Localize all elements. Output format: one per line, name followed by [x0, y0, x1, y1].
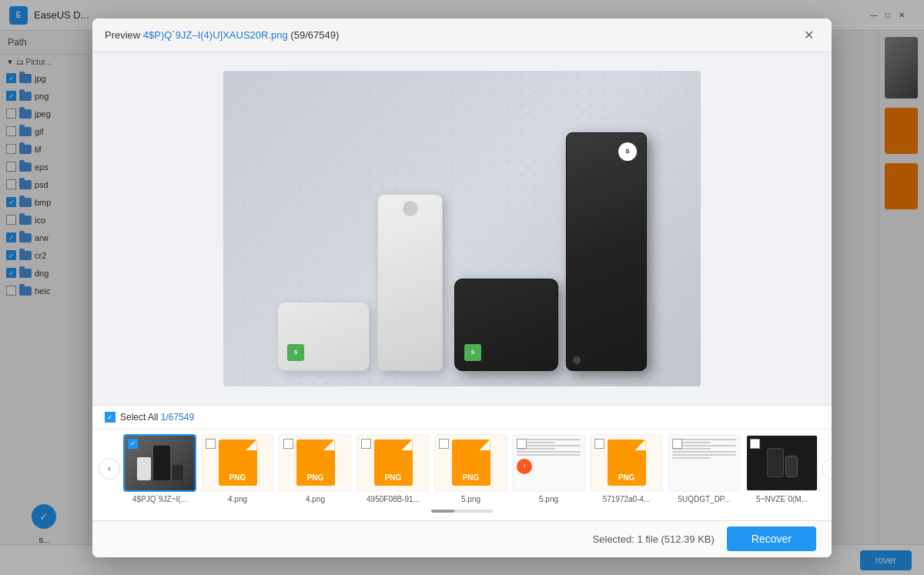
- thumb-checkbox-9[interactable]: [750, 439, 760, 449]
- preview-area: S S S: [92, 52, 832, 405]
- thumb-checkbox-8[interactable]: [672, 439, 682, 449]
- modal-filename: 4$P)Q`9JZ–I(4)U]XAUS20R.png: [143, 29, 288, 41]
- thumb-frame-6: !: [512, 434, 585, 492]
- thumb-frame-8: [668, 434, 741, 492]
- next-thumb-button[interactable]: ›: [822, 458, 832, 480]
- thumbnail-item-7[interactable]: 571972a0-4...: [590, 434, 663, 503]
- select-all-label: Select All 1/67549: [120, 412, 194, 423]
- seagate-badge-2: S: [464, 344, 481, 361]
- thumbnail-item-4[interactable]: 4950F08B-91...: [357, 434, 430, 503]
- strip-scrollbar: [431, 510, 493, 513]
- prev-thumb-button[interactable]: ‹: [99, 458, 120, 480]
- thumb-checkbox-1[interactable]: [128, 439, 138, 449]
- select-all-bar: Select All 1/67549: [92, 406, 832, 430]
- drives-left-group: S: [277, 194, 443, 371]
- thumb-frame-1: [123, 434, 196, 492]
- modal-footer: Selected: 1 file (512.39 KB) Recover: [92, 520, 832, 557]
- thumb-label-5: 5.png: [434, 495, 507, 503]
- thumbnail-strip: ‹: [92, 430, 832, 508]
- preview-modal: Preview 4$P)Q`9JZ–I(4)U]XAUS20R.png (59/…: [92, 18, 832, 557]
- thumb-label-2: 4.png: [201, 495, 274, 503]
- thumbnail-item-2[interactable]: 4.png: [201, 434, 274, 503]
- drive-white-tall: [377, 194, 443, 371]
- drives-right-group: S S: [454, 132, 647, 371]
- thumbnail-item-8[interactable]: 5UQDGT_DP...: [668, 434, 741, 503]
- drive-black-square: S: [454, 279, 558, 371]
- png-icon-4: [374, 440, 413, 486]
- strip-scrollbar-thumb: [431, 510, 454, 513]
- thumbnail-item-3[interactable]: 4.png: [279, 434, 352, 503]
- selected-info: Selected: 1 file (512.39 KB): [593, 533, 715, 545]
- thumb-frame-9: [745, 434, 819, 492]
- modal-overlay: Preview 4$P)Q`9JZ–I(4)U]XAUS20R.png (59/…: [0, 0, 924, 575]
- doc-line: [517, 454, 581, 456]
- thumbnail-items: 4$PJQ`9JZ~I(... 4.png: [123, 434, 819, 503]
- thumb-label-6: 5.png: [512, 495, 585, 503]
- thumb-label-4: 4950F08B-91...: [357, 495, 430, 503]
- thumb-frame-7: [590, 434, 663, 492]
- thumbnail-item-5[interactable]: 5.png: [434, 434, 507, 503]
- recover-button[interactable]: Recover: [727, 527, 816, 551]
- doc-line: [672, 454, 736, 456]
- png-icon-5: [452, 440, 490, 486]
- select-count: 1/67549: [161, 412, 194, 423]
- thumb-checkbox-7[interactable]: [594, 439, 604, 449]
- doc-line: [672, 457, 711, 459]
- modal-title: Preview 4$P)Q`9JZ–I(4)U]XAUS20R.png (59/…: [105, 29, 798, 41]
- warning-badge: !: [517, 459, 532, 474]
- thumb-label-1: 4$PJQ`9JZ~I(...: [123, 495, 196, 503]
- select-all-checkbox[interactable]: [105, 412, 116, 423]
- modal-titlebar: Preview 4$P)Q`9JZ–I(4)U]XAUS20R.png (59/…: [92, 18, 832, 52]
- thumb-label-9: 5~NVZE`0(M...: [745, 495, 819, 503]
- thumb-checkbox-6[interactable]: [517, 439, 527, 449]
- thumb-checkbox-2[interactable]: [206, 439, 216, 449]
- thumb-frame-3: [279, 434, 352, 492]
- thumbnail-item-9[interactable]: 5~NVZE`0(M...: [745, 434, 819, 503]
- doc-line: [672, 451, 736, 453]
- thumb-label-7: 571972a0-4...: [590, 495, 663, 503]
- thumbnail-item-6[interactable]: ! 5.png: [512, 434, 585, 503]
- thumb-checkbox-3[interactable]: [283, 439, 293, 449]
- thumbnail-item-1[interactable]: 4$PJQ`9JZ~I(...: [123, 434, 196, 503]
- drive-black-tall: S: [566, 132, 647, 371]
- thumb-frame-2: [201, 434, 274, 492]
- thumb-checkbox-5[interactable]: [439, 439, 449, 449]
- modal-close-button[interactable]: ✕: [798, 24, 819, 45]
- drive-white-square: S: [277, 302, 370, 371]
- strip-scrollbar-container: [92, 508, 832, 520]
- thumb-label-8: 5UQDGT_DP...: [668, 495, 741, 503]
- png-icon-2: [219, 440, 257, 486]
- modal-position: (59/67549): [290, 29, 339, 41]
- thumb-frame-4: [357, 434, 430, 492]
- png-icon-7: [608, 440, 646, 486]
- seagate-logo: S: [618, 142, 637, 161]
- seagate-badge-1: S: [287, 344, 304, 361]
- preview-image-container: S S S: [223, 71, 701, 386]
- drives-scene: S S S: [223, 71, 701, 386]
- doc-line: [517, 451, 581, 453]
- png-icon-3: [296, 440, 335, 486]
- thumb-checkbox-4[interactable]: [361, 439, 371, 449]
- modal-bottom: Select All 1/67549 ‹: [92, 405, 832, 557]
- thumb-label-3: 4.png: [279, 495, 352, 503]
- thumb-frame-5: [434, 434, 507, 492]
